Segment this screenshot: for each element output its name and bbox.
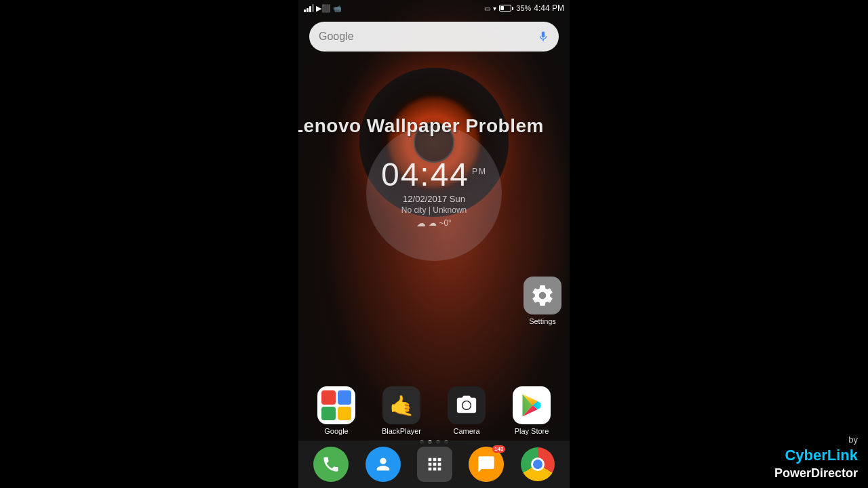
- powerdir-product: PowerDirector: [774, 466, 858, 481]
- clock-weather: ☁ ☁ ~0°: [416, 218, 452, 228]
- google-label: Google: [324, 427, 348, 435]
- camera-label: Camera: [453, 427, 479, 435]
- chrome-icon[interactable]: [521, 447, 555, 481]
- google-icon[interactable]: [317, 386, 355, 424]
- settings-app[interactable]: Settings: [524, 277, 561, 325]
- clock-location: No city | Unknown: [401, 205, 467, 215]
- powerdir-brand-prefix: Cyber: [785, 447, 827, 464]
- settings-label: Settings: [529, 317, 556, 325]
- weather-icon: ☁: [416, 218, 426, 228]
- powerdir-watermark: by CyberLink PowerDirector: [774, 434, 858, 481]
- contacts-dock-icon[interactable]: [366, 447, 401, 482]
- camera-icon[interactable]: [448, 386, 486, 424]
- weather-temp: ☁ ~0°: [429, 218, 452, 228]
- clock-time: 04:44PM: [381, 159, 487, 191]
- playstore-label: Play Store: [515, 427, 549, 435]
- blackplayer-app[interactable]: 🤙 BlackPlayer: [377, 386, 426, 435]
- status-bar: ▶⬛ 📹 ▭ ▾ 35% 4:44 PM: [298, 0, 570, 16]
- apps-dock-item[interactable]: [417, 447, 452, 482]
- settings-icon[interactable]: [524, 277, 561, 314]
- svg-point-0: [462, 401, 470, 409]
- playstore-icon[interactable]: [513, 386, 551, 424]
- powerdir-brand: CyberLink: [774, 446, 858, 466]
- time-display: 4:44 PM: [534, 3, 564, 13]
- videocam-text: 📹: [333, 5, 341, 12]
- wifi-icon: ▾: [493, 5, 496, 12]
- notification-app-wrapper: 143: [469, 447, 504, 482]
- playstore-app[interactable]: Play Store: [507, 386, 556, 435]
- search-bar[interactable]: Google: [309, 22, 559, 52]
- clock-widget: 04:44PM 12/02/2017 Sun No city | Unknown…: [366, 125, 502, 261]
- status-right: ▭ ▾ 35% 4:44 PM: [484, 3, 564, 13]
- apps-grid-icon[interactable]: [417, 447, 452, 482]
- contacts-dock-item[interactable]: [366, 447, 401, 482]
- phone-screen: ▶⬛ 📹 ▭ ▾ 35% 4:44 PM Google: [298, 0, 570, 488]
- hand-icon: 🤙: [389, 394, 414, 418]
- chrome-inner-circle: [531, 458, 545, 471]
- app-row: Google 🤙 BlackPlayer Camera: [298, 386, 570, 435]
- powerdir-brand-mid: Link: [827, 447, 858, 464]
- blackplayer-label: BlackPlayer: [382, 427, 421, 435]
- phone-dock-icon[interactable]: [313, 447, 349, 482]
- signal-icon: [304, 4, 314, 12]
- blackplayer-icon[interactable]: 🤙: [382, 386, 420, 424]
- left-panel: [0, 0, 298, 488]
- notification-dock-item[interactable]: 143: [469, 447, 504, 482]
- notification-badge: 143: [492, 445, 505, 453]
- powerdir-by-text: by: [774, 434, 858, 446]
- battery-icon: [499, 5, 513, 12]
- chrome-dock-item[interactable]: [521, 447, 555, 481]
- google-app[interactable]: Google: [312, 386, 361, 435]
- video-title-overlay: Lenovo Wallpaper Problem: [298, 115, 570, 137]
- cast-icon: ▭: [484, 5, 490, 12]
- status-left: ▶⬛ 📹: [304, 4, 341, 13]
- phone-dock-item[interactable]: [313, 447, 349, 482]
- clock-date: 12/02/2017 Sun: [403, 194, 465, 204]
- battery-percent: 35%: [516, 4, 531, 12]
- camera-app[interactable]: Camera: [442, 386, 491, 435]
- google-search-logo[interactable]: Google: [319, 30, 537, 43]
- dock: 143: [298, 441, 570, 488]
- right-panel: by CyberLink PowerDirector: [570, 0, 868, 488]
- videocam-icon: ▶⬛: [316, 4, 331, 13]
- mic-icon[interactable]: [537, 30, 549, 43]
- screen-container: ▶⬛ 📹 ▭ ▾ 35% 4:44 PM Google: [0, 0, 868, 488]
